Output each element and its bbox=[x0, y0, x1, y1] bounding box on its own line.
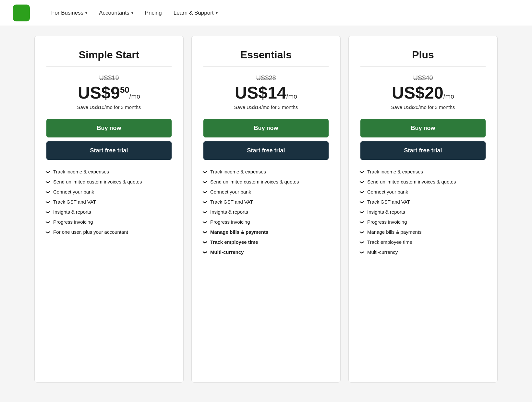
feature-item: ❯Track employee time bbox=[203, 239, 329, 245]
save-text: Save US$20/mo for 3 months bbox=[360, 104, 486, 110]
feature-text: Insights & reports bbox=[367, 209, 405, 215]
plan-name: Plus bbox=[360, 49, 486, 61]
nav-items: For Business▾Accountants▾PricingLearn & … bbox=[47, 7, 222, 19]
feature-text: Track employee time bbox=[210, 239, 258, 245]
buy-now-button[interactable]: Buy now bbox=[46, 119, 172, 137]
feature-item: ❯Track GST and VAT bbox=[360, 199, 486, 205]
feature-item: ❯Progress invoicing bbox=[360, 219, 486, 225]
nav-item-pricing[interactable]: Pricing bbox=[140, 7, 166, 19]
feature-text: Connect your bank bbox=[210, 189, 251, 195]
chevron-down-icon: ❯ bbox=[360, 190, 365, 194]
feature-text: Progress invoicing bbox=[210, 219, 250, 225]
current-price: US$14 bbox=[235, 83, 286, 102]
pricing-card-plus: PlusUS$40US$20/moSave US$20/mo for 3 mon… bbox=[348, 36, 498, 383]
plan-name: Essentials bbox=[203, 49, 329, 61]
chevron-down-icon: ▾ bbox=[131, 11, 133, 15]
chevron-down-icon: ❯ bbox=[360, 170, 365, 174]
feature-text: Progress invoicing bbox=[53, 219, 93, 225]
chevron-down-icon: ❯ bbox=[360, 231, 365, 234]
feature-text: Manage bills & payments bbox=[367, 229, 422, 235]
chevron-down-icon: ❯ bbox=[46, 231, 51, 234]
feature-text: Insights & reports bbox=[53, 209, 91, 215]
chevron-down-icon: ❯ bbox=[360, 180, 365, 184]
start-free-trial-button[interactable]: Start free trial bbox=[46, 141, 172, 160]
feature-text: Track GST and VAT bbox=[53, 199, 96, 205]
current-price-row: US$950/mo bbox=[46, 83, 172, 102]
chevron-down-icon: ❯ bbox=[360, 251, 365, 254]
feature-item: ❯Manage bills & payments bbox=[203, 229, 329, 235]
plan-name: Simple Start bbox=[46, 49, 172, 61]
feature-item: ❯Track income & expenses bbox=[46, 169, 172, 174]
chevron-down-icon: ❯ bbox=[46, 190, 51, 194]
feature-text: Track income & expenses bbox=[367, 169, 423, 174]
save-text: Save US$10/mo for 3 months bbox=[46, 104, 172, 110]
chevron-down-icon: ❯ bbox=[203, 190, 208, 194]
features-list: ❯Track income & expenses❯Send unlimited … bbox=[203, 169, 329, 255]
feature-item: ❯Progress invoicing bbox=[203, 219, 329, 225]
start-free-trial-button[interactable]: Start free trial bbox=[203, 141, 329, 160]
feature-text: Send unlimited custom invoices & quotes bbox=[53, 179, 142, 184]
chevron-down-icon: ❯ bbox=[360, 220, 365, 224]
chevron-down-icon: ❯ bbox=[46, 220, 51, 224]
feature-text: Connect your bank bbox=[53, 189, 94, 195]
buy-now-button[interactable]: Buy now bbox=[360, 119, 486, 137]
feature-text: Track income & expenses bbox=[210, 169, 266, 174]
chevron-down-icon: ▾ bbox=[216, 11, 218, 15]
feature-text: Track income & expenses bbox=[53, 169, 109, 174]
chevron-down-icon: ❯ bbox=[203, 210, 208, 214]
features-list: ❯Track income & expenses❯Send unlimited … bbox=[46, 169, 172, 235]
chevron-down-icon: ❯ bbox=[46, 180, 51, 184]
price-per-month: /mo bbox=[129, 93, 140, 100]
feature-item: ❯Connect your bank bbox=[203, 189, 329, 195]
feature-item: ❯Track employee time bbox=[360, 239, 486, 245]
current-price-row: US$14/mo bbox=[203, 83, 329, 102]
feature-item: ❯Send unlimited custom invoices & quotes bbox=[203, 179, 329, 184]
feature-text: Track GST and VAT bbox=[210, 199, 253, 205]
nav-item-for-business[interactable]: For Business▾ bbox=[47, 7, 92, 19]
chevron-down-icon: ❯ bbox=[203, 251, 208, 254]
feature-text: Track GST and VAT bbox=[367, 199, 410, 205]
logo[interactable] bbox=[13, 5, 30, 21]
chevron-down-icon: ❯ bbox=[46, 210, 51, 214]
current-price: US$950 bbox=[78, 83, 129, 102]
chevron-down-icon: ❯ bbox=[203, 241, 208, 244]
price-superscript: 50 bbox=[120, 85, 129, 95]
chevron-down-icon: ❯ bbox=[203, 220, 208, 224]
price-per-month: /mo bbox=[443, 93, 454, 100]
plan-divider bbox=[203, 66, 329, 66]
nav-item-learn---support[interactable]: Learn & Support▾ bbox=[169, 7, 222, 19]
chevron-down-icon: ▾ bbox=[85, 11, 87, 15]
feature-item: ❯Track income & expenses bbox=[360, 169, 486, 174]
chevron-down-icon: ❯ bbox=[203, 200, 208, 204]
feature-text: Connect your bank bbox=[367, 189, 408, 195]
navbar: For Business▾Accountants▾PricingLearn & … bbox=[0, 0, 532, 26]
start-free-trial-button[interactable]: Start free trial bbox=[360, 141, 486, 160]
price-per-month: /mo bbox=[286, 93, 297, 100]
chevron-down-icon: ❯ bbox=[360, 241, 365, 244]
feature-item: ❯Connect your bank bbox=[46, 189, 172, 195]
current-price: US$20 bbox=[392, 83, 443, 102]
feature-item: ❯Manage bills & payments bbox=[360, 229, 486, 235]
feature-item: ❯Insights & reports bbox=[203, 209, 329, 215]
plan-divider bbox=[360, 66, 486, 66]
feature-item: ❯Track GST and VAT bbox=[203, 199, 329, 205]
pricing-card-essentials: EssentialsUS$28US$14/moSave US$14/mo for… bbox=[191, 36, 341, 383]
chevron-down-icon: ❯ bbox=[46, 200, 51, 204]
feature-text: Send unlimited custom invoices & quotes bbox=[367, 179, 456, 184]
buy-now-button[interactable]: Buy now bbox=[203, 119, 329, 137]
nav-item-accountants[interactable]: Accountants▾ bbox=[94, 7, 138, 19]
feature-text: For one user, plus your accountant bbox=[53, 229, 128, 235]
feature-item: ❯Track GST and VAT bbox=[46, 199, 172, 205]
feature-text: Multi-currency bbox=[210, 249, 244, 255]
feature-text: Progress invoicing bbox=[367, 219, 407, 225]
chevron-down-icon: ❯ bbox=[203, 180, 208, 184]
chevron-down-icon: ❯ bbox=[203, 231, 208, 234]
original-price: US$40 bbox=[360, 74, 486, 82]
feature-item: ❯Multi-currency bbox=[203, 249, 329, 255]
feature-item: ❯For one user, plus your accountant bbox=[46, 229, 172, 235]
plan-divider bbox=[46, 66, 172, 66]
feature-item: ❯Track income & expenses bbox=[203, 169, 329, 174]
feature-text: Multi-currency bbox=[367, 249, 398, 255]
feature-text: Send unlimited custom invoices & quotes bbox=[210, 179, 299, 184]
feature-text: Track employee time bbox=[367, 239, 412, 245]
